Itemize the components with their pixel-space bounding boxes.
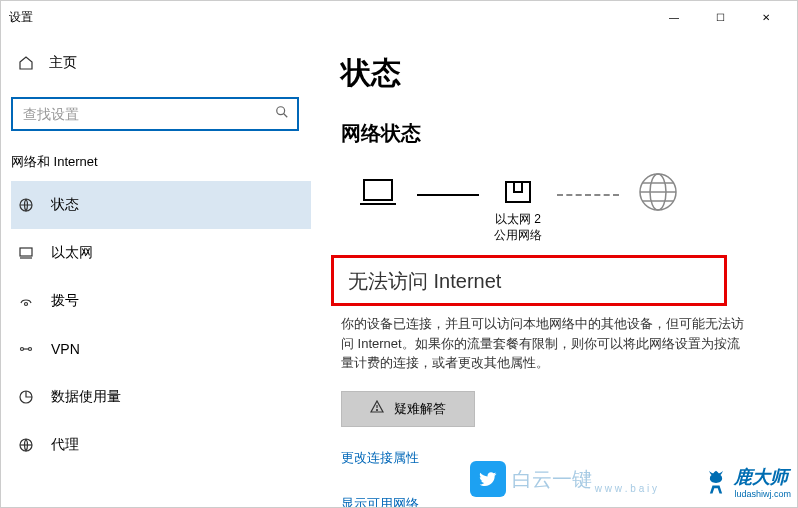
ethernet-port-icon (502, 176, 534, 208)
ethernet-icon (17, 245, 35, 261)
troubleshoot-label: 疑难解答 (394, 400, 446, 418)
sidebar-item-proxy[interactable]: 代理 (11, 421, 311, 469)
content: 状态 网络状态 以太网 2 公用网络 无法访问 Internet (311, 33, 797, 507)
sidebar-item-label: 数据使用量 (51, 388, 121, 406)
sidebar-item-datausage[interactable]: 数据使用量 (11, 373, 311, 421)
globe-icon (637, 171, 679, 213)
connector-dashed (557, 194, 619, 196)
maximize-button[interactable]: ☐ (697, 1, 743, 33)
svg-rect-3 (20, 248, 32, 256)
datausage-icon (17, 389, 35, 405)
sidebar-item-vpn[interactable]: VPN (11, 325, 311, 373)
svg-point-7 (29, 348, 32, 351)
laptop-icon (358, 176, 398, 208)
sidebar-item-ethernet[interactable]: 以太网 (11, 229, 311, 277)
sidebar: 主页 网络和 Internet 状态 以太网 拨号 (1, 33, 311, 507)
sidebar-item-label: 状态 (51, 196, 79, 214)
window-controls: — ☐ ✕ (651, 1, 789, 33)
svg-rect-15 (514, 182, 522, 192)
search-box[interactable] (11, 97, 299, 131)
router-node: 以太网 2 公用网络 (483, 176, 553, 244)
svg-rect-12 (364, 180, 392, 200)
ethernet-name: 以太网 2 (494, 212, 542, 228)
home-icon (17, 55, 35, 71)
status-headline: 无法访问 Internet (348, 268, 710, 295)
svg-point-5 (25, 303, 28, 306)
watermark-baiyun-sub: w w w . b a i y (595, 483, 657, 494)
sidebar-item-label: 以太网 (51, 244, 93, 262)
svg-line-1 (284, 114, 288, 118)
troubleshoot-button[interactable]: 疑难解答 (341, 391, 475, 427)
svg-point-6 (21, 348, 24, 351)
titlebar: 设置 — ☐ ✕ (1, 1, 797, 33)
sidebar-item-status[interactable]: 状态 (11, 181, 311, 229)
status-icon (17, 197, 35, 213)
globe-node (623, 171, 693, 249)
sidebar-item-label: VPN (51, 341, 80, 357)
watermark-ludashi-sub: ludashiwj.com (734, 489, 791, 499)
sidebar-section-title: 网络和 Internet (11, 153, 311, 181)
network-diagram: 以太网 2 公用网络 (343, 171, 767, 249)
window-title: 设置 (9, 9, 33, 26)
bird-icon (470, 461, 506, 497)
svg-point-22 (377, 410, 378, 411)
connector-solid (417, 194, 479, 196)
search-input[interactable] (23, 106, 275, 122)
status-description: 你的设备已连接，并且可以访问本地网络中的其他设备，但可能无法访问 Interne… (341, 314, 751, 373)
subsection-title: 网络状态 (341, 120, 767, 147)
sidebar-item-dialup[interactable]: 拨号 (11, 277, 311, 325)
dialup-icon (17, 293, 35, 309)
watermark-baiyun-text: 白云一键 (512, 466, 592, 493)
watermark-ludashi: 鹿大师 ludashiwj.com (702, 465, 791, 499)
sidebar-home-label: 主页 (49, 54, 77, 72)
sidebar-home[interactable]: 主页 (11, 43, 311, 83)
sidebar-item-label: 拨号 (51, 292, 79, 310)
vpn-icon (17, 341, 35, 357)
watermark-baiyun: 白云一键 w w w . b a i y (470, 461, 657, 497)
device-node (343, 176, 413, 244)
minimize-button[interactable]: — (651, 1, 697, 33)
deer-icon (702, 468, 730, 496)
proxy-icon (17, 437, 35, 453)
network-type: 公用网络 (494, 228, 542, 244)
watermark-ludashi-text: 鹿大师 (734, 465, 791, 489)
page-title: 状态 (341, 53, 767, 94)
sidebar-item-label: 代理 (51, 436, 79, 454)
search-icon (275, 105, 289, 123)
close-button[interactable]: ✕ (743, 1, 789, 33)
status-highlight-box: 无法访问 Internet (331, 255, 727, 306)
warning-icon (370, 400, 384, 417)
svg-point-0 (277, 107, 285, 115)
